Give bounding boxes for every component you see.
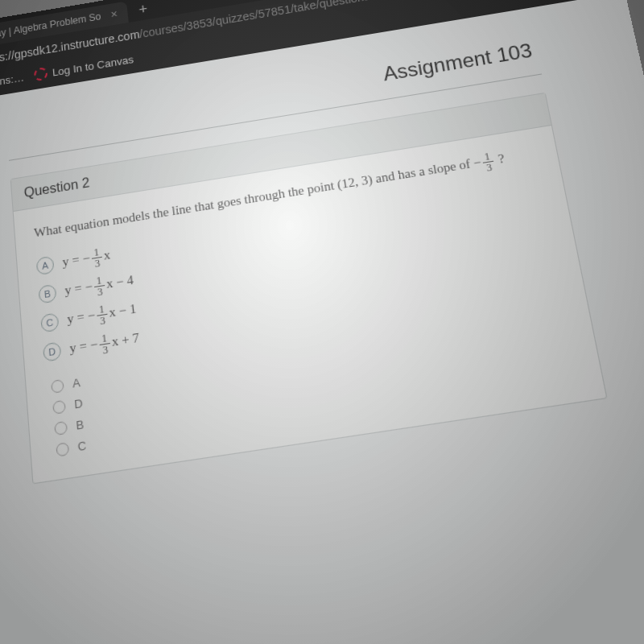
option-equation: y = −13x − 4 — [64, 270, 134, 303]
page-content: ▲ Assignment 103 Question 2 What equatio… — [0, 0, 644, 644]
fraction: 13 — [93, 275, 105, 298]
fraction: 13 — [96, 303, 109, 327]
numerator: 1 — [96, 275, 102, 287]
bookmark-lessons[interactable]: d Lessons:… — [0, 71, 25, 93]
option-letter: B — [38, 284, 56, 304]
answer-letter: C — [77, 439, 87, 454]
question-card: Question 2 What equation models the line… — [10, 93, 608, 485]
radio-icon — [56, 442, 69, 456]
option-letter: D — [43, 341, 62, 361]
radio-icon — [54, 420, 68, 435]
option-letter: C — [40, 312, 59, 332]
canvas-icon — [34, 67, 48, 81]
radio-icon — [52, 399, 66, 414]
bookmark-label: d Lessons:… — [0, 71, 25, 93]
fraction: 13 — [91, 246, 103, 270]
numerator: 1 — [484, 151, 491, 163]
option-letter: A — [36, 256, 55, 276]
new-tab-button[interactable]: + — [131, 0, 155, 19]
fraction: 13 — [98, 332, 111, 357]
answer-letter: D — [74, 396, 84, 411]
prompt-tail: ? — [497, 151, 506, 166]
answer-letter: A — [72, 376, 80, 390]
answer-letter: B — [76, 418, 85, 433]
numerator: 1 — [93, 247, 100, 258]
option-equation: y = −13x − 1 — [66, 299, 137, 332]
radio-icon — [51, 378, 64, 393]
denominator: 3 — [100, 343, 111, 356]
prompt-point: (12, 3) — [336, 172, 374, 192]
close-icon[interactable]: × — [110, 7, 118, 21]
option-equation: y = −13x — [61, 245, 111, 274]
option-equation: y = −13x + 7 — [68, 328, 140, 361]
prompt-text: and has a slope of — [374, 156, 474, 185]
numerator: 1 — [98, 303, 105, 315]
denominator: 3 — [97, 314, 108, 327]
denominator: 3 — [94, 285, 105, 298]
denominator: 3 — [92, 257, 103, 270]
fraction: 13 — [481, 151, 496, 173]
numerator: 1 — [101, 332, 108, 344]
denominator: 3 — [483, 161, 496, 174]
minus-sign: − — [473, 155, 482, 170]
